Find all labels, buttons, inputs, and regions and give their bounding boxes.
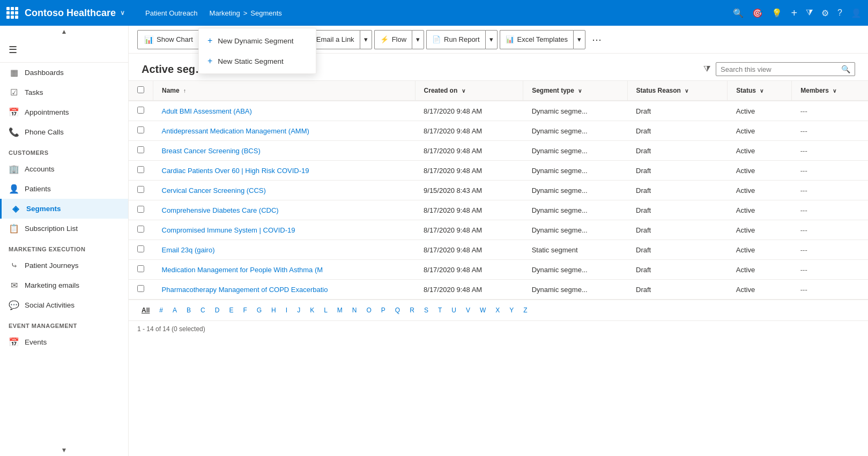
page-letter-f[interactable]: F xyxy=(239,304,251,316)
row-checkbox[interactable] xyxy=(137,107,144,114)
sidebar-item-appointments[interactable]: 📅 Appointments xyxy=(0,102,128,122)
more-actions-button[interactable]: ⋯ xyxy=(588,31,606,49)
row-name-link[interactable]: Comprehensive Diabetes Care (CDC) xyxy=(162,206,279,214)
excel-templates-button[interactable]: 📊 Excel Templates xyxy=(500,30,573,49)
row-name-link[interactable]: Adult BMI Assessment (ABA) xyxy=(162,107,252,115)
row-name-link[interactable]: Pharmacotherapy Management of COPD Exace… xyxy=(162,286,328,294)
row-checkbox-cell[interactable] xyxy=(129,181,153,200)
run-report-dropdown[interactable]: ▾ xyxy=(485,30,498,49)
page-letter-n[interactable]: N xyxy=(348,304,361,316)
hamburger-menu[interactable]: ☰ xyxy=(0,38,128,63)
page-letter-e[interactable]: E xyxy=(225,304,238,316)
select-all-checkbox[interactable] xyxy=(137,86,144,93)
page-letter-i[interactable]: I xyxy=(281,304,292,316)
sidebar-item-subscription-list[interactable]: 📋 Subscription List xyxy=(0,219,128,238)
row-name-link[interactable]: Compromised Immune System | COVID-19 xyxy=(162,226,295,234)
sidebar-item-social-activities[interactable]: 💬 Social Activities xyxy=(0,295,128,315)
page-letter-u[interactable]: U xyxy=(447,304,461,316)
page-letter-b[interactable]: B xyxy=(182,304,195,316)
nav-area[interactable]: Patient Outreach xyxy=(145,9,198,17)
page-letter-j[interactable]: J xyxy=(293,304,305,316)
sidebar-item-marketing-emails[interactable]: ✉ Marketing emails xyxy=(0,275,128,295)
page-letter-t[interactable]: T xyxy=(434,304,446,316)
page-letter-d[interactable]: D xyxy=(211,304,224,316)
sidebar-item-patients[interactable]: 👤 Patients xyxy=(0,179,128,199)
page-letter-x[interactable]: X xyxy=(491,304,504,316)
sidebar-item-events[interactable]: 📅 Events xyxy=(0,332,128,352)
user-icon[interactable]: 👤 xyxy=(851,8,862,18)
app-chevron[interactable]: ∨ xyxy=(120,9,125,17)
run-report-button[interactable]: 📄 Run Report xyxy=(426,30,485,49)
row-name-link[interactable]: Cervical Cancer Screening (CCS) xyxy=(162,186,266,195)
row-checkbox[interactable] xyxy=(137,186,144,193)
target-icon[interactable]: 🎯 xyxy=(752,8,763,18)
new-dynamic-segment-item[interactable]: + New Dynamic Segment xyxy=(199,31,316,51)
page-letter-y[interactable]: Y xyxy=(505,304,518,316)
row-checkbox[interactable] xyxy=(137,285,144,292)
page-letter-#[interactable]: # xyxy=(155,304,167,316)
row-name-link[interactable]: Medication Management for People With As… xyxy=(162,266,323,274)
row-checkbox-cell[interactable] xyxy=(129,260,153,280)
row-name-link[interactable]: Breast Cancer Screening (BCS) xyxy=(162,147,261,155)
sidebar-scroll-down[interactable]: ▼ xyxy=(0,444,128,456)
page-letter-k[interactable]: K xyxy=(306,304,318,316)
page-letter-s[interactable]: S xyxy=(420,304,433,316)
sidebar-item-tasks[interactable]: ☑ Tasks xyxy=(0,83,128,102)
row-name-link[interactable]: Cardiac Patients Over 60 | High Risk COV… xyxy=(162,167,309,175)
row-checkbox-cell[interactable] xyxy=(129,121,153,141)
lightbulb-icon[interactable]: 💡 xyxy=(771,8,782,18)
email-link-dropdown[interactable]: ▾ xyxy=(360,30,372,49)
row-checkbox[interactable] xyxy=(137,206,144,213)
row-checkbox[interactable] xyxy=(137,245,144,252)
page-letter-g[interactable]: G xyxy=(253,304,266,316)
col-name[interactable]: Name ↑ xyxy=(153,81,416,101)
row-checkbox[interactable] xyxy=(137,265,144,272)
grid-icon[interactable] xyxy=(6,7,18,19)
sidebar-item-segments[interactable]: ◈ Segments xyxy=(0,199,128,219)
page-letter-p[interactable]: P xyxy=(377,304,390,316)
row-checkbox[interactable] xyxy=(137,126,144,133)
show-chart-button[interactable]: 📊 Show Chart xyxy=(137,30,200,49)
search-icon[interactable]: 🔍 xyxy=(733,8,744,18)
page-letter-a[interactable]: A xyxy=(168,304,181,316)
row-name-link[interactable]: Email 23q (gairo) xyxy=(162,246,215,254)
page-letter-q[interactable]: Q xyxy=(391,304,404,316)
filter-icon[interactable]: ⧩ xyxy=(703,64,710,74)
col-created-on[interactable]: Created on ∨ xyxy=(415,81,523,101)
page-letter-v[interactable]: V xyxy=(462,304,474,316)
col-members[interactable]: Members ∨ xyxy=(792,81,868,101)
sidebar-item-dashboards[interactable]: ▦ Dashboards xyxy=(0,63,128,83)
search-input[interactable] xyxy=(721,65,838,73)
settings-icon[interactable]: ⚙ xyxy=(821,8,829,18)
select-all-checkbox-col[interactable] xyxy=(129,81,153,101)
page-letter-h[interactable]: H xyxy=(267,304,280,316)
flow-button[interactable]: ⚡ Flow xyxy=(374,30,412,49)
search-box[interactable]: 🔍 xyxy=(716,62,855,76)
help-icon[interactable]: ? xyxy=(837,8,842,18)
row-checkbox[interactable] xyxy=(137,146,144,153)
flow-dropdown[interactable]: ▾ xyxy=(412,30,424,49)
row-name-link[interactable]: Antidepressant Medication Management (AM… xyxy=(162,127,309,135)
row-checkbox[interactable] xyxy=(137,226,144,233)
add-icon[interactable]: + xyxy=(791,7,797,19)
page-letter-z[interactable]: Z xyxy=(519,304,531,316)
sidebar-item-patient-journeys[interactable]: ⤷ Patient Journeys xyxy=(0,256,128,275)
row-checkbox-cell[interactable] xyxy=(129,161,153,181)
col-segment-type[interactable]: Segment type ∨ xyxy=(523,81,627,101)
page-letter-r[interactable]: R xyxy=(405,304,419,316)
page-letter-c[interactable]: C xyxy=(196,304,210,316)
sidebar-scroll-up[interactable]: ▲ xyxy=(0,26,128,38)
row-checkbox-cell[interactable] xyxy=(129,240,153,260)
page-letter-l[interactable]: L xyxy=(320,304,332,316)
row-checkbox[interactable] xyxy=(137,166,144,173)
row-checkbox-cell[interactable] xyxy=(129,220,153,240)
page-letter-m[interactable]: M xyxy=(333,304,347,316)
col-status[interactable]: Status ∨ xyxy=(728,81,792,101)
row-checkbox-cell[interactable] xyxy=(129,141,153,161)
row-checkbox-cell[interactable] xyxy=(129,200,153,220)
breadcrumb-parent[interactable]: Marketing xyxy=(210,9,240,17)
row-checkbox-cell[interactable] xyxy=(129,280,153,300)
excel-dropdown[interactable]: ▾ xyxy=(573,30,585,49)
page-letter-all[interactable]: All xyxy=(137,304,154,316)
page-letter-o[interactable]: O xyxy=(362,304,376,316)
